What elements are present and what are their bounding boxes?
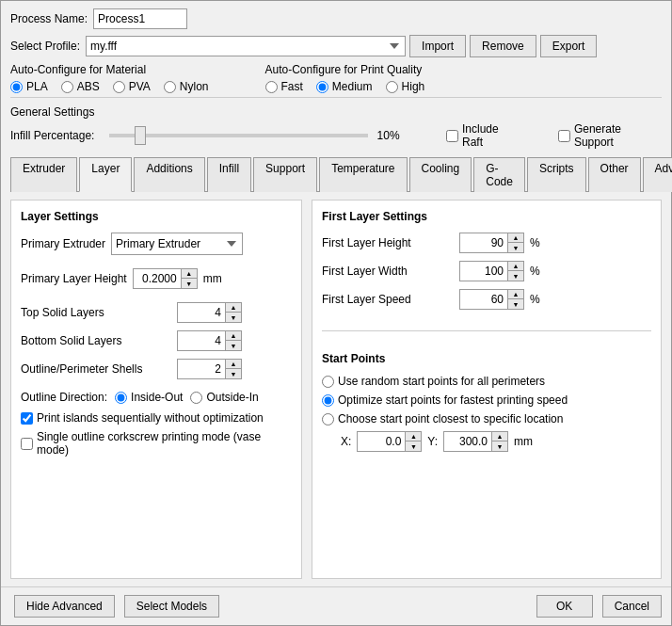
y-up[interactable]: ▲ (492, 432, 507, 441)
process-name-input[interactable] (93, 8, 187, 29)
quality-high[interactable]: High (386, 80, 425, 93)
generate-support-label: Generate Support (574, 122, 662, 149)
generate-support-checkbox[interactable]: Generate Support (558, 122, 662, 149)
first-layer-width-row: First Layer Width ▲ ▼ % (322, 261, 651, 281)
bottom-left: Hide Advanced Select Models (10, 595, 219, 618)
include-raft-label: Include Raft (462, 122, 520, 149)
first-layer-height-down[interactable]: ▼ (508, 243, 523, 252)
outline-perimeter-arrows: ▲ ▼ (225, 360, 241, 378)
outline-perimeter-input[interactable] (178, 360, 225, 378)
auto-material-section: Auto-Configure for Material PLA ABS PVA … (10, 63, 209, 93)
tab-additions[interactable]: Additions (134, 157, 204, 192)
inside-out-radio[interactable]: Inside-Out (115, 391, 183, 404)
tab-layer[interactable]: Layer (79, 157, 132, 192)
outline-perimeter-spinner: ▲ ▼ (177, 359, 242, 379)
infill-slider[interactable] (109, 134, 367, 137)
first-layer-width-input[interactable] (460, 262, 507, 281)
include-raft-checkbox[interactable]: Include Raft (446, 122, 520, 149)
auto-configure-row: Auto-Configure for Material PLA ABS PVA … (10, 63, 662, 93)
outline-perimeter-up[interactable]: ▲ (226, 360, 241, 369)
bottom-right: OK Cancel (533, 595, 662, 618)
divider-right (322, 330, 651, 331)
optimize-option: Optimize start points for fastest printi… (322, 393, 651, 407)
primary-layer-height-up[interactable]: ▲ (182, 269, 197, 279)
print-islands-checkbox[interactable]: Print islands sequentially without optim… (21, 411, 264, 425)
hide-advanced-button[interactable]: Hide Advanced (14, 595, 115, 618)
choose-location-label: Choose start point closest to specific l… (338, 412, 563, 425)
cancel-button[interactable]: Cancel (602, 595, 662, 618)
material-nylon[interactable]: Nylon (164, 80, 209, 93)
tab-cooling[interactable]: Cooling (409, 157, 472, 192)
outline-direction-row: Outline Direction: Inside-Out Outside-In (21, 391, 292, 404)
x-input[interactable] (358, 432, 405, 451)
auto-quality-section: Auto-Configure for Print Quality Fast Me… (265, 63, 425, 93)
top-solid-layers-down[interactable]: ▼ (226, 313, 241, 322)
x-spinner: ▲ ▼ (357, 431, 422, 452)
xy-unit: mm (514, 435, 533, 448)
tab-other[interactable]: Other (588, 157, 641, 192)
first-layer-width-down[interactable]: ▼ (508, 271, 523, 281)
remove-button[interactable]: Remove (470, 35, 536, 57)
outline-perimeter-down[interactable]: ▼ (226, 369, 241, 378)
first-layer-speed-unit: % (530, 293, 540, 306)
bottom-solid-layers-input[interactable] (178, 331, 225, 350)
first-layer-width-unit: % (530, 265, 540, 278)
first-layer-section: First Layer Settings First Layer Height … (322, 210, 651, 310)
tab-scripts[interactable]: Scripts (527, 157, 586, 192)
ok-button[interactable]: OK (536, 595, 593, 618)
tab-support[interactable]: Support (253, 157, 317, 192)
tab-advanced[interactable]: Advanced (643, 157, 672, 192)
first-layer-height-up[interactable]: ▲ (508, 233, 523, 243)
infill-label: Infill Percentage: (10, 129, 94, 142)
material-pva[interactable]: PVA (113, 80, 151, 93)
x-up[interactable]: ▲ (406, 432, 421, 441)
material-abs[interactable]: ABS (61, 80, 100, 93)
primary-layer-height-arrows: ▲ ▼ (181, 269, 197, 288)
x-down[interactable]: ▼ (406, 441, 421, 451)
select-profile-row: Select Profile: my.fff Import Remove Exp… (10, 35, 662, 57)
auto-material-label: Auto-Configure for Material (10, 63, 209, 76)
primary-layer-height-label: Primary Layer Height (21, 272, 127, 285)
primary-layer-height-down[interactable]: ▼ (182, 279, 197, 288)
auto-quality-label: Auto-Configure for Print Quality (265, 63, 425, 76)
y-down[interactable]: ▼ (492, 441, 507, 451)
tab-gcode[interactable]: G-Code (473, 157, 525, 192)
first-layer-speed-up[interactable]: ▲ (508, 290, 523, 299)
select-profile-label: Select Profile: (10, 40, 80, 53)
material-radio-group: PLA ABS PVA Nylon (10, 80, 209, 93)
use-random-option: Use random start points for all perimete… (322, 375, 651, 388)
xy-coordinates-row: X: ▲ ▼ Y: ▲ ▼ (341, 431, 651, 452)
quality-fast[interactable]: Fast (265, 80, 303, 93)
outside-in-radio[interactable]: Outside-In (190, 391, 258, 404)
inside-out-label: Inside-Out (131, 391, 183, 404)
first-layer-speed-spinner: ▲ ▼ (459, 289, 524, 310)
import-button[interactable]: Import (409, 35, 466, 57)
top-solid-layers-up[interactable]: ▲ (226, 303, 241, 313)
first-layer-speed-down[interactable]: ▼ (508, 299, 523, 309)
outline-direction-label: Outline Direction: (21, 391, 107, 404)
y-spinner: ▲ ▼ (443, 431, 508, 452)
material-pla[interactable]: PLA (10, 80, 48, 93)
quality-medium[interactable]: Medium (316, 80, 373, 93)
bottom-solid-layers-spinner: ▲ ▼ (177, 330, 242, 351)
outline-perimeter-row: Outline/Perimeter Shells ▲ ▼ (21, 359, 292, 379)
export-button[interactable]: Export (540, 35, 598, 57)
first-layer-width-up[interactable]: ▲ (508, 262, 523, 271)
top-solid-layers-input[interactable] (178, 303, 225, 322)
tab-temperature[interactable]: Temperature (319, 157, 407, 192)
first-layer-height-input[interactable] (460, 233, 507, 252)
select-models-button[interactable]: Select Models (124, 595, 219, 618)
bottom-bar: Hide Advanced Select Models OK Cancel (1, 586, 671, 625)
primary-extruder-select[interactable]: Primary Extruder (111, 233, 243, 255)
x-arrows: ▲ ▼ (405, 432, 421, 451)
tab-extruder[interactable]: Extruder (10, 157, 77, 192)
primary-layer-height-input[interactable] (134, 269, 181, 288)
tab-infill[interactable]: Infill (207, 157, 251, 192)
bottom-solid-layers-up[interactable]: ▲ (226, 331, 241, 341)
single-outline-label: Single outline corkscrew printing mode (… (37, 430, 292, 457)
profile-select[interactable]: my.fff (86, 36, 406, 56)
y-input[interactable] (444, 432, 491, 451)
single-outline-checkbox[interactable]: Single outline corkscrew printing mode (… (21, 430, 292, 457)
bottom-solid-layers-down[interactable]: ▼ (226, 341, 241, 350)
first-layer-speed-input[interactable] (460, 290, 507, 309)
